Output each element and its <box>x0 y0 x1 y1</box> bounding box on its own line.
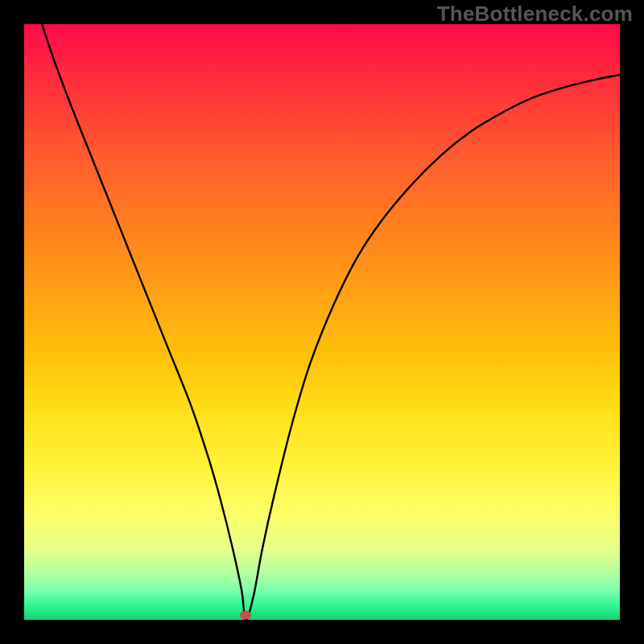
bottleneck-curve <box>42 24 620 620</box>
optimum-marker <box>240 611 251 620</box>
watermark-text: TheBottleneck.com <box>437 2 633 27</box>
chart-frame: TheBottleneck.com <box>0 0 644 644</box>
plot-area <box>24 24 620 620</box>
curve-layer <box>24 24 620 620</box>
